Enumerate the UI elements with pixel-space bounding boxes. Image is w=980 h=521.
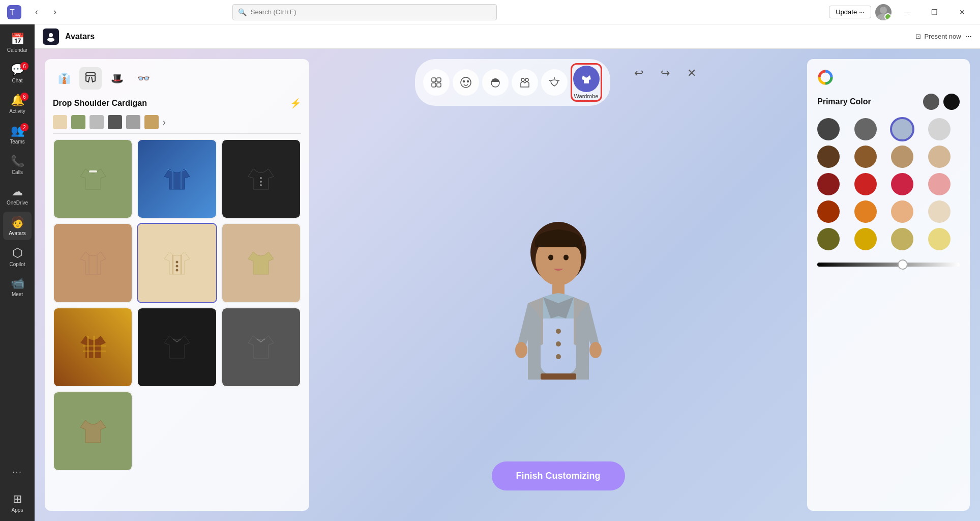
maximize-button[interactable]: ❐	[923, 4, 946, 20]
wardrobe-tab-shirt[interactable]: 👔	[53, 67, 75, 90]
item-tan-cardigan[interactable]	[53, 223, 133, 303]
sidebar-label-onedrive: OneDrive	[7, 200, 28, 206]
search-bar[interactable]: 🔍	[232, 4, 497, 20]
item-charcoal-blazer[interactable]	[221, 307, 301, 387]
item-tweed-coat[interactable]	[53, 391, 133, 471]
color-preset-gray[interactable]	[923, 94, 939, 110]
svg-point-31	[563, 255, 569, 260]
update-button[interactable]: Update ···	[829, 6, 871, 18]
svg-point-9	[260, 181, 262, 183]
toolbar-btn-face[interactable]	[453, 69, 479, 96]
wardrobe-tab-glasses[interactable]: 👓	[132, 67, 155, 90]
chat-badge: 6	[20, 62, 28, 70]
avatar-center: Wardrobe ↩ ↪ ✕	[319, 49, 797, 521]
copilot-icon: ⬡	[12, 246, 23, 260]
svg-point-10	[260, 184, 262, 186]
sidebar-item-more[interactable]: ···	[3, 458, 32, 486]
minimize-button[interactable]: —	[896, 4, 919, 20]
svg-point-35	[556, 354, 561, 359]
color-swatch-dark-red[interactable]	[817, 173, 840, 195]
calendar-icon: 📅	[11, 33, 24, 46]
present-label: Present now	[924, 33, 961, 40]
undo-button[interactable]: ↩	[629, 63, 649, 83]
svg-point-3	[877, 14, 889, 20]
swatch-more-icon[interactable]: ›	[163, 115, 166, 129]
sidebar-item-avatars[interactable]: 🧑 Avatars	[3, 212, 32, 240]
svg-rect-21	[437, 83, 441, 87]
wardrobe-tab-hat[interactable]: 🎩	[106, 67, 128, 90]
item-black-blazer[interactable]	[137, 307, 217, 387]
color-swatch-light-gray[interactable]	[928, 118, 951, 140]
color-swatch-crimson[interactable]	[854, 173, 877, 195]
toolbar-btn-hair[interactable]	[482, 69, 509, 96]
finish-customizing-button[interactable]: Finish Customizing	[492, 461, 625, 490]
color-swatch-cream[interactable]	[928, 200, 951, 223]
svg-rect-7	[89, 170, 97, 172]
color-swatch-2[interactable]	[71, 115, 85, 129]
color-swatch-orange[interactable]	[854, 200, 877, 223]
back-button[interactable]: ‹	[28, 4, 45, 20]
sidebar-item-teams[interactable]: 2 👥 Teams	[3, 120, 32, 149]
slider-row	[817, 263, 960, 267]
wardrobe-tab-pants[interactable]	[79, 67, 102, 90]
color-preset-black[interactable]	[943, 94, 960, 110]
toolbar-btn-wardrobe[interactable]	[573, 66, 600, 92]
color-swatch-medium-gray[interactable]	[854, 118, 877, 140]
sidebar-item-calls[interactable]: 📞 Calls	[3, 151, 32, 179]
forward-button[interactable]: ›	[47, 4, 63, 20]
color-swatch-light-yellow[interactable]	[928, 228, 951, 250]
color-swatch-tan-brown[interactable]	[891, 146, 913, 168]
color-swatch-rust[interactable]	[817, 200, 840, 223]
present-now-button[interactable]: ⊡ Present now	[915, 33, 961, 40]
sidebar-item-onedrive[interactable]: ☁ OneDrive	[3, 181, 32, 210]
toolbar-btn-avatar-select[interactable]	[423, 69, 450, 96]
header-more-button[interactable]: ···	[965, 32, 972, 41]
title-bar-actions: Update ··· — ❐ ✕	[829, 4, 974, 20]
close-button[interactable]: ✕	[951, 4, 974, 20]
sidebar-label-avatars: Avatars	[9, 230, 26, 236]
color-swatch-pink[interactable]	[928, 173, 951, 195]
color-swatch-light-blue-gray[interactable]	[891, 118, 913, 140]
app-header: Avatars ⊡ Present now ···	[35, 24, 980, 49]
color-swatch-6[interactable]	[144, 115, 159, 129]
color-swatch-medium-brown[interactable]	[854, 146, 877, 168]
sidebar-item-copilot[interactable]: ⬡ Copilot	[3, 242, 32, 271]
sidebar-item-chat[interactable]: 6 💬 Chat	[3, 59, 32, 88]
toolbar-btn-accessories[interactable]	[541, 69, 568, 96]
item-blue-jacket[interactable]	[137, 139, 217, 219]
slider-thumb[interactable]	[898, 259, 908, 270]
color-swatch-olive[interactable]	[817, 228, 840, 250]
color-swatch-red[interactable]	[891, 173, 913, 195]
color-swatch-peach[interactable]	[891, 200, 913, 223]
user-avatar-button[interactable]	[875, 4, 892, 20]
redo-button[interactable]: ↪	[655, 63, 675, 83]
toolbar-btn-body[interactable]	[512, 69, 538, 96]
color-swatch-khaki[interactable]	[891, 228, 913, 250]
svg-text:T: T	[10, 8, 15, 17]
search-input[interactable]	[251, 8, 491, 16]
sidebar-item-meet[interactable]: 📹 Meet	[3, 273, 32, 301]
color-swatch-5[interactable]	[126, 115, 140, 129]
sidebar-label-calls: Calls	[12, 169, 23, 175]
color-swatch-yellow[interactable]	[854, 228, 877, 250]
color-swatch-dark-brown[interactable]	[817, 146, 840, 168]
item-plaid-coat[interactable]	[53, 307, 133, 387]
color-swatch-3[interactable]	[90, 115, 104, 129]
close-editor-button[interactable]: ✕	[681, 63, 702, 83]
color-swatch-row: ›	[53, 115, 301, 134]
color-swatch-4[interactable]	[108, 115, 122, 129]
item-khaki-jacket[interactable]	[221, 223, 301, 303]
color-swatch-1[interactable]	[53, 115, 67, 129]
color-swatch-light-tan[interactable]	[928, 146, 951, 168]
sidebar-item-apps[interactable]: ⊞ Apps	[3, 488, 32, 517]
item-beige-cardigan[interactable]	[137, 223, 217, 303]
slider-track[interactable]	[817, 263, 960, 267]
sidebar-label-calendar: Calendar	[7, 47, 28, 53]
color-swatch-dark-gray[interactable]	[817, 118, 840, 140]
avatar-bg: Finish Customizing	[319, 116, 797, 521]
filter-icon[interactable]: ⚡	[290, 98, 301, 109]
item-hoodie[interactable]	[53, 139, 133, 219]
sidebar-item-calendar[interactable]: 📅 Calendar	[3, 28, 32, 57]
sidebar-item-activity[interactable]: 6 🔔 Activity	[3, 90, 32, 118]
item-military-jacket[interactable]	[221, 139, 301, 219]
